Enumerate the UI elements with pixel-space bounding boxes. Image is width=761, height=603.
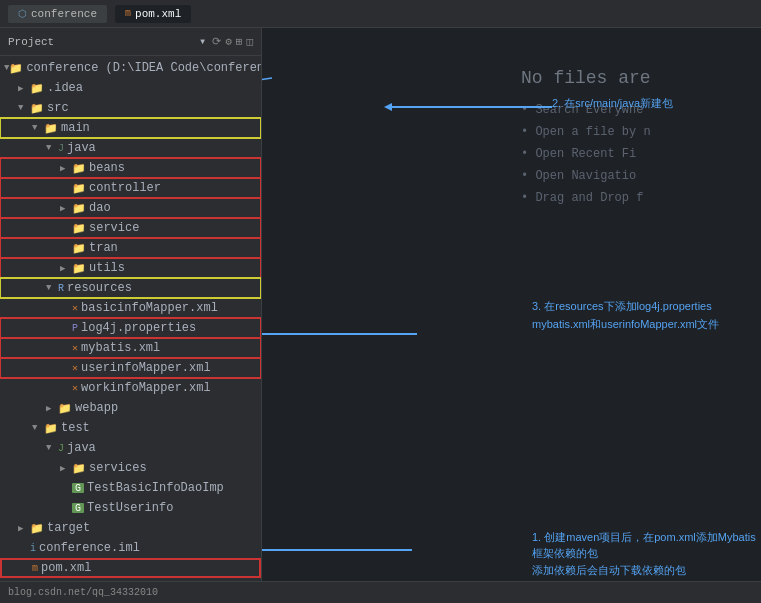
- label-resources: resources: [67, 281, 132, 295]
- folder-icon-beans: 📁: [72, 162, 86, 175]
- class-g-icon-testbasic: G: [72, 483, 84, 493]
- bottom-annotation-line2: 添加依赖后会自动下载依赖的包: [532, 562, 761, 579]
- label-main: main: [61, 121, 90, 135]
- label-beans: beans: [89, 161, 125, 175]
- tree-item-controller[interactable]: 📁 controller: [0, 178, 261, 198]
- svg-line-0: [262, 78, 272, 113]
- tree-item-pom-xml[interactable]: m pom.xml: [0, 558, 261, 578]
- pom-icon: m: [125, 8, 131, 19]
- arrow-dao: [60, 203, 72, 214]
- arrow-top-head: [384, 103, 392, 111]
- folder-icon-utils: 📁: [72, 262, 86, 275]
- label-target: target: [47, 521, 90, 535]
- tree-item-testbasicinfodaroimp[interactable]: G TestBasicInfoDaoImp: [0, 478, 261, 498]
- arrow-test-java: [46, 443, 58, 453]
- mid-annotation-line1: 3. 在resources下添加log4j.properties: [532, 298, 719, 316]
- tree-item-main[interactable]: 📁 main: [0, 118, 261, 138]
- panel-toolbar: ⟳ ⚙ ⊞ ◫: [212, 35, 253, 48]
- xml-icon-basicinfomapper: ✕: [72, 302, 78, 314]
- top-annotation-text: 2. 在src/main/java新建包: [552, 97, 673, 109]
- tree-item-webapp[interactable]: 📁 webapp: [0, 398, 261, 418]
- tree-item-log4j[interactable]: P log4j.properties: [0, 318, 261, 338]
- tree-item-services[interactable]: 📁 services: [0, 458, 261, 478]
- tree-item-testuserinfo[interactable]: G TestUserinfo: [0, 498, 261, 518]
- label-service: service: [89, 221, 139, 235]
- pom-file-icon: m: [32, 563, 38, 574]
- label-utils: utils: [89, 261, 125, 275]
- arrow-utils: [60, 263, 72, 274]
- tree-item-basicinfomapper[interactable]: ✕ basicinfoMapper.xml: [0, 298, 261, 318]
- label-tran: tran: [89, 241, 118, 255]
- folder-icon-idea: 📁: [30, 82, 44, 95]
- mid-annotation: 3. 在resources下添加log4j.properties mybatis…: [532, 298, 719, 333]
- collapse-icon[interactable]: ◫: [246, 35, 253, 48]
- folder-icon-main: 📁: [44, 122, 58, 135]
- arrow-top: [392, 106, 552, 108]
- arrow-src: [18, 103, 30, 113]
- no-files-item-1: Open a file by n: [521, 125, 741, 139]
- no-files-list: Search Everywhe Open a file by n Open Re…: [521, 103, 741, 205]
- title-bar: ⬡ conference m pom.xml: [0, 0, 761, 28]
- arrow-beans: [60, 163, 72, 174]
- folder-icon-service: 📁: [72, 222, 86, 235]
- tree-item-idea[interactable]: 📁 .idea: [0, 78, 261, 98]
- mid-annotation-line2: mybatis.xml和userinfoMapper.xml文件: [532, 316, 719, 334]
- no-files-item-2: Open Recent Fi: [521, 147, 741, 161]
- main-layout: Project ▾ ⟳ ⚙ ⊞ ◫ 📁 conference (D:\IDEA …: [0, 28, 761, 603]
- project-tree: 📁 conference (D:\IDEA Code\conferenc 📁 .…: [0, 56, 261, 603]
- label-webapp: webapp: [75, 401, 118, 415]
- tree-item-resources[interactable]: R resources: [0, 278, 261, 298]
- tree-item-beans[interactable]: 📁 beans: [0, 158, 261, 178]
- tree-item-workinfomapper[interactable]: ✕ workinfoMapper.xml: [0, 378, 261, 398]
- tree-item-conference-root[interactable]: 📁 conference (D:\IDEA Code\conferenc: [0, 58, 261, 78]
- folder-icon-conference: 📁: [9, 62, 23, 75]
- settings-icon[interactable]: ⊞: [236, 35, 243, 48]
- arrow-java: [46, 143, 58, 153]
- sync-icon[interactable]: ⟳: [212, 35, 221, 48]
- status-bar: blog.csdn.net/qq_34332010: [0, 581, 761, 603]
- class-g-icon-testuserinfo: G: [72, 503, 84, 513]
- tree-item-service[interactable]: 📁 service: [0, 218, 261, 238]
- tree-item-target[interactable]: 📁 target: [0, 518, 261, 538]
- tab-pom[interactable]: m pom.xml: [115, 5, 191, 23]
- tree-item-dao[interactable]: 📁 dao: [0, 198, 261, 218]
- tree-item-conference-iml[interactable]: i conference.iml: [0, 538, 261, 558]
- arrow-webapp: [46, 403, 58, 414]
- tree-item-utils[interactable]: 📁 utils: [0, 258, 261, 278]
- label-controller: controller: [89, 181, 161, 195]
- content-area: No files are Search Everywhe Open a file…: [262, 28, 761, 603]
- java-src-icon: J: [58, 143, 64, 154]
- label-test-java: java: [67, 441, 96, 455]
- arrow-bottom: [262, 549, 412, 551]
- folder-icon-services: 📁: [72, 462, 86, 475]
- iml-icon: i: [30, 543, 36, 554]
- gear-icon[interactable]: ⚙: [225, 35, 232, 48]
- tab-conference[interactable]: ⬡ conference: [8, 5, 107, 23]
- label-java: java: [67, 141, 96, 155]
- tree-item-mybatis[interactable]: ✕ mybatis.xml: [0, 338, 261, 358]
- label-testbasicinfodaroimp: TestBasicInfoDaoImp: [87, 481, 224, 495]
- label-testuserinfo: TestUserinfo: [87, 501, 173, 515]
- bottom-annotation-line1: 1. 创建maven项目后，在pom.xml添加Mybatis框架依赖的包: [532, 529, 761, 562]
- no-files-item-4: Drag and Drop f: [521, 191, 741, 205]
- folder-icon-target: 📁: [30, 522, 44, 535]
- label-userinfomapper: userinfoMapper.xml: [81, 361, 211, 375]
- label-conference-iml: conference.iml: [39, 541, 140, 555]
- tree-item-userinfomapper[interactable]: ✕ userinfoMapper.xml: [0, 358, 261, 378]
- tree-item-test[interactable]: 📁 test: [0, 418, 261, 438]
- arrow-resources: [46, 283, 58, 293]
- label-log4j: log4j.properties: [81, 321, 196, 335]
- no-files-item-3: Open Navigatio: [521, 169, 741, 183]
- tree-item-tran[interactable]: 📁 tran: [0, 238, 261, 258]
- tree-item-test-java[interactable]: J java: [0, 438, 261, 458]
- tree-item-src[interactable]: 📁 src: [0, 98, 261, 118]
- folder-icon-webapp: 📁: [58, 402, 72, 415]
- label-pom-xml: pom.xml: [41, 561, 91, 575]
- top-annotation: 2. 在src/main/java新建包: [552, 96, 673, 111]
- no-files-panel: No files are Search Everywhe Open a file…: [501, 48, 761, 233]
- label-dao: dao: [89, 201, 111, 215]
- panel-title: Project: [8, 36, 193, 48]
- label-idea: .idea: [47, 81, 83, 95]
- tree-item-java[interactable]: J java: [0, 138, 261, 158]
- panel-dropdown[interactable]: ▾: [199, 34, 206, 49]
